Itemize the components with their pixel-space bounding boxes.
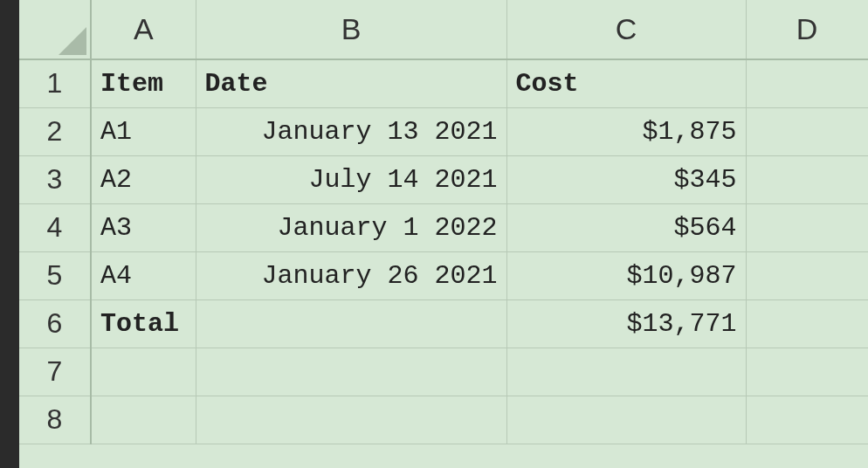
- cell-A1[interactable]: Item: [91, 59, 196, 107]
- row-header-3[interactable]: 3: [19, 155, 91, 203]
- row-5: 5 A4 January 26 2021 $10,987: [19, 251, 868, 299]
- column-header-A[interactable]: A: [91, 0, 196, 59]
- cell-C3[interactable]: $345: [506, 155, 746, 203]
- row-header-7[interactable]: 7: [19, 348, 91, 396]
- cell-D3[interactable]: [746, 155, 868, 203]
- cell-A3[interactable]: A2: [91, 155, 196, 203]
- cell-C8[interactable]: [506, 396, 746, 444]
- column-header-D[interactable]: D: [746, 0, 868, 59]
- cell-A2[interactable]: A1: [91, 107, 196, 155]
- cell-C7[interactable]: [506, 348, 746, 396]
- cell-C2[interactable]: $1,875: [506, 107, 746, 155]
- row-header-4[interactable]: 4: [19, 203, 91, 251]
- cell-A8[interactable]: [91, 396, 196, 444]
- cell-B8[interactable]: [196, 396, 506, 444]
- cell-B3[interactable]: July 14 2021: [196, 155, 506, 203]
- cell-D6[interactable]: [746, 299, 868, 348]
- row-header-8[interactable]: 8: [19, 396, 91, 444]
- cell-B4[interactable]: January 1 2022: [196, 203, 506, 251]
- cell-D5[interactable]: [746, 251, 868, 299]
- cell-D1[interactable]: [746, 59, 868, 107]
- row-3: 3 A2 July 14 2021 $345: [19, 155, 868, 203]
- row-7: 7: [19, 348, 868, 396]
- window-left-strip: [0, 0, 19, 468]
- cell-C6[interactable]: $13,771: [506, 299, 746, 348]
- row-1: 1 Item Date Cost: [19, 59, 868, 107]
- column-header-C[interactable]: C: [506, 0, 746, 59]
- column-header-B[interactable]: B: [196, 0, 506, 59]
- row-header-1[interactable]: 1: [19, 59, 91, 107]
- cell-B6[interactable]: [196, 299, 506, 348]
- cell-D8[interactable]: [746, 396, 868, 444]
- cell-B2[interactable]: January 13 2021: [196, 107, 506, 155]
- cell-B1[interactable]: Date: [196, 59, 506, 107]
- cell-D7[interactable]: [746, 348, 868, 396]
- row-6: 6 Total $13,771: [19, 299, 868, 348]
- cell-A6[interactable]: Total: [91, 299, 196, 348]
- select-all-triangle-icon: [59, 27, 86, 55]
- select-all-corner[interactable]: [19, 0, 91, 59]
- row-4: 4 A3 January 1 2022 $564: [19, 203, 868, 251]
- cell-B5[interactable]: January 26 2021: [196, 251, 506, 299]
- row-header-5[interactable]: 5: [19, 251, 91, 299]
- spreadsheet-grid[interactable]: A B C D 1 Item Date Cost 2 A1 January 13…: [19, 0, 868, 468]
- cell-A4[interactable]: A3: [91, 203, 196, 251]
- row-header-6[interactable]: 6: [19, 299, 91, 348]
- cell-A5[interactable]: A4: [91, 251, 196, 299]
- row-header-2[interactable]: 2: [19, 107, 91, 155]
- cell-B7[interactable]: [196, 348, 506, 396]
- row-2: 2 A1 January 13 2021 $1,875: [19, 107, 868, 155]
- column-header-row: A B C D: [19, 0, 868, 59]
- cell-C5[interactable]: $10,987: [506, 251, 746, 299]
- row-8: 8: [19, 396, 868, 444]
- cell-D4[interactable]: [746, 203, 868, 251]
- cell-D2[interactable]: [746, 107, 868, 155]
- cell-C4[interactable]: $564: [506, 203, 746, 251]
- cell-A7[interactable]: [91, 348, 196, 396]
- cell-C1[interactable]: Cost: [506, 59, 746, 107]
